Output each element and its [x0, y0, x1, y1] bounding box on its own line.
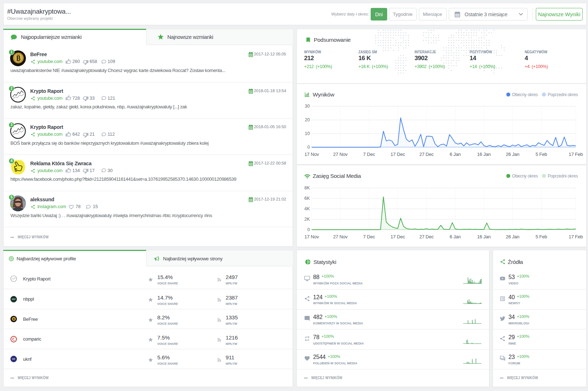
svg-text:B: B [13, 318, 15, 321]
svg-text:C: C [12, 337, 15, 342]
svg-text:B: B [16, 55, 21, 62]
svg-text:KNF: KNF [12, 358, 15, 360]
svg-text:NBP: NBP [12, 298, 16, 300]
